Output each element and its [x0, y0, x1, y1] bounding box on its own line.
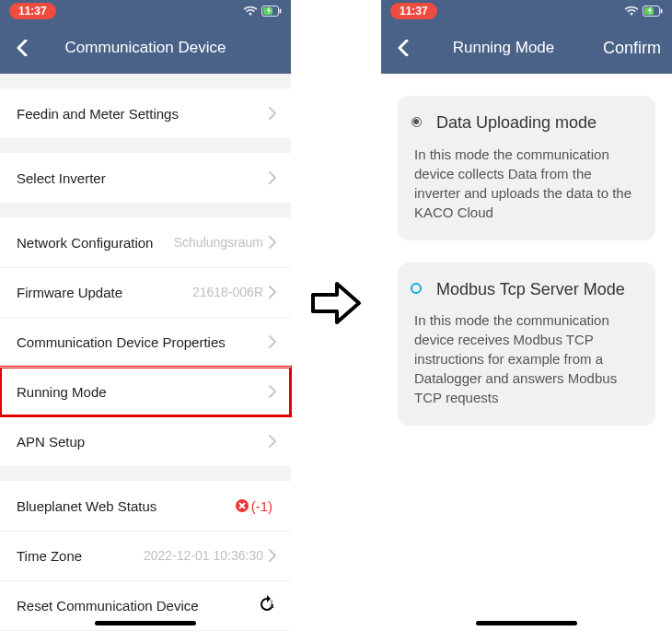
row-running-mode[interactable]: Running Mode	[0, 367, 291, 416]
arrow-right-icon	[309, 276, 363, 330]
header: Communication Device	[0, 22, 291, 74]
chevron-right-icon	[269, 171, 276, 184]
back-button[interactable]	[11, 40, 33, 56]
row-value: (-1)	[235, 498, 276, 514]
phone-right: 11:37 Running Mode Confirm Data Uploadin…	[381, 0, 672, 631]
chevron-left-icon	[16, 40, 29, 56]
status-bar: 11:37	[381, 0, 672, 22]
row-label: APN Setup	[17, 434, 85, 450]
chevron-right-icon	[269, 335, 276, 348]
row-select-inverter[interactable]: Select Inverter	[0, 153, 291, 203]
wifi-icon	[243, 6, 258, 17]
error-icon	[235, 498, 249, 513]
status-bar: 11:37	[0, 0, 291, 22]
home-indicator[interactable]	[95, 621, 196, 625]
row-firmware-update[interactable]: Firmware Update 21618-006R	[0, 267, 291, 317]
row-label: Time Zone	[17, 548, 82, 564]
svg-rect-2	[280, 9, 282, 14]
radio-selected-icon	[411, 116, 422, 127]
row-label: Network Configuration	[17, 235, 153, 251]
row-label: Feedin and Meter Settings	[17, 106, 179, 122]
radio-unselected-icon	[411, 283, 422, 294]
row-value: Schulungsraum	[174, 235, 269, 250]
wifi-icon	[624, 6, 639, 17]
row-value: 21618-006R	[192, 285, 269, 299]
confirm-button[interactable]: Confirm	[603, 39, 661, 58]
row-value: 2022-12-01 10:36:30	[144, 548, 269, 563]
status-time: 11:37	[9, 3, 56, 19]
chevron-right-icon	[269, 107, 276, 120]
chevron-right-icon	[269, 549, 276, 562]
row-label: Blueplanet Web Status	[17, 498, 156, 514]
chevron-right-icon	[269, 286, 276, 298]
back-button[interactable]	[392, 40, 414, 56]
row-apn-setup[interactable]: APN Setup	[0, 416, 291, 466]
status-icons	[624, 6, 663, 17]
chevron-right-icon	[269, 236, 276, 249]
mode-option-data-uploading[interactable]: Data Uploading mode In this mode the com…	[398, 96, 655, 240]
chevron-right-icon	[269, 435, 276, 448]
row-label: Firmware Update	[17, 285, 122, 300]
row-label: Communication Device Properties	[17, 334, 226, 350]
chevron-right-icon	[269, 385, 276, 398]
row-device-properties[interactable]: Communication Device Properties	[0, 317, 291, 367]
row-label: Select Inverter	[17, 170, 106, 186]
home-indicator[interactable]	[476, 621, 577, 625]
row-label: Running Mode	[17, 384, 107, 400]
misc-icon: ⤓	[267, 598, 276, 611]
status-time: 11:37	[390, 3, 437, 19]
mode-option-modbus-tcp[interactable]: Modbus Tcp Server Mode In this mode the …	[398, 263, 655, 427]
row-time-zone[interactable]: Time Zone 2022-12-01 10:36:30	[0, 531, 291, 580]
battery-icon	[643, 6, 663, 17]
phone-left: 11:37 Communication Device Feedin and Me…	[0, 0, 291, 631]
svg-rect-6	[661, 9, 663, 14]
status-icons	[243, 6, 282, 17]
settings-list: Feedin and Meter Settings Select Inverte…	[0, 74, 291, 630]
row-web-status[interactable]: Blueplanet Web Status (-1)	[0, 481, 291, 531]
row-network-config[interactable]: Network Configuration Schulungsraum	[0, 217, 291, 267]
battery-icon	[261, 6, 282, 17]
row-feedin-meter[interactable]: Feedin and Meter Settings	[0, 88, 291, 138]
mode-title: Modbus Tcp Server Mode	[436, 279, 639, 300]
row-label: Reset Communication Device	[17, 598, 199, 613]
mode-description: In this mode the communication device re…	[414, 310, 639, 407]
mode-description: In this mode the communication device co…	[414, 145, 639, 222]
header: Running Mode Confirm	[381, 22, 672, 74]
mode-title: Data Uploading mode	[436, 112, 639, 134]
chevron-left-icon	[397, 40, 410, 56]
page-title: Communication Device	[0, 39, 291, 57]
